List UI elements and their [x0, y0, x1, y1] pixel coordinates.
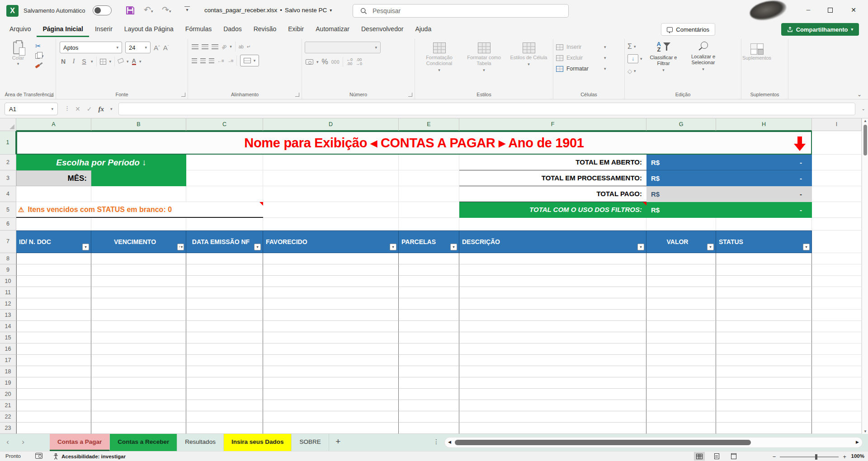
cell-A17[interactable] [16, 355, 91, 366]
cell-H20[interactable] [716, 389, 812, 400]
excel-logo-icon[interactable]: X [6, 5, 19, 17]
cell-E10[interactable] [399, 276, 459, 287]
increase-indent-icon[interactable]: →≡ [227, 58, 233, 63]
period-selector-cell[interactable]: Escolha por Período ↓ [16, 155, 186, 170]
cell-I23[interactable] [812, 423, 862, 434]
zoom-slider[interactable] [780, 456, 839, 457]
sheet-tab-sobre[interactable]: SOBRE [292, 434, 329, 451]
number-dialog-launcher-icon[interactable] [408, 93, 412, 97]
cell-D2[interactable] [263, 155, 399, 170]
cell-B8[interactable] [91, 253, 186, 264]
enter-icon[interactable]: ✓ [87, 105, 92, 113]
cell-F22[interactable] [459, 411, 646, 423]
normal-view-button[interactable] [694, 452, 705, 461]
column-header-B[interactable]: B [91, 118, 186, 131]
ribbon-tab-arquivo[interactable]: Arquivo [4, 22, 37, 37]
cell-H23[interactable] [716, 423, 812, 434]
underline-chevron-icon[interactable]: ▾ [91, 59, 93, 64]
cell-D4[interactable] [263, 186, 399, 202]
align-left-icon[interactable] [192, 58, 197, 63]
cell-D21[interactable] [263, 400, 399, 411]
cell-D15[interactable] [263, 332, 399, 343]
undo-icon[interactable]: ↶▾ [144, 5, 153, 15]
cell-E20[interactable] [399, 389, 459, 400]
user-avatar[interactable] [748, 0, 788, 23]
cell-E8[interactable] [399, 253, 459, 264]
cell-A13[interactable] [16, 310, 91, 321]
cell-E21[interactable] [399, 400, 459, 411]
add-sheet-button[interactable]: + [329, 434, 347, 451]
borders-icon[interactable] [100, 59, 106, 65]
tab-options-icon[interactable]: ⋮ [433, 438, 439, 445]
cell-C11[interactable] [186, 287, 263, 298]
align-bottom-icon[interactable] [212, 44, 218, 49]
row-header-5[interactable]: 5 [0, 202, 16, 218]
column-header-G[interactable]: G [646, 118, 716, 131]
total-paid-value-cell[interactable]: R$ - [646, 186, 812, 202]
cell-D20[interactable] [263, 389, 399, 400]
column-header-C[interactable]: C [186, 118, 263, 131]
insert-cells-button[interactable]: Inserir ▾ [556, 42, 622, 52]
cell-E16[interactable] [399, 343, 459, 355]
cell-A19[interactable] [16, 377, 91, 389]
increase-decimal-icon[interactable]: ←0 .00 [346, 58, 353, 66]
cell-I22[interactable] [812, 411, 862, 423]
cell-H8[interactable] [716, 253, 812, 264]
redo-icon[interactable]: ↷▾ [162, 5, 171, 15]
ribbon-tab-desenvolvedor[interactable]: Desenvolvedor [355, 22, 409, 37]
column-header-I[interactable]: I [812, 118, 862, 131]
row-header-3[interactable]: 3 [0, 170, 16, 186]
expand-formula-bar-icon[interactable]: ⌄ [862, 106, 865, 111]
select-all-corner[interactable] [0, 118, 16, 131]
cell-A20[interactable] [16, 389, 91, 400]
cell-F20[interactable] [459, 389, 646, 400]
conditional-formatting-button[interactable]: Formatação Condicional ▾ [418, 41, 461, 89]
cell-B18[interactable] [91, 366, 186, 377]
decrease-font-icon[interactable]: Aˇ [163, 44, 169, 52]
merge-center-button[interactable]: ▾ [240, 55, 259, 66]
cell-C19[interactable] [186, 377, 263, 389]
cell-H15[interactable] [716, 332, 812, 343]
cell-E9[interactable] [399, 264, 459, 276]
cell-H14[interactable] [716, 321, 812, 332]
cell-F21[interactable] [459, 400, 646, 411]
cell-E6[interactable] [399, 218, 459, 230]
cell-I10[interactable] [812, 276, 862, 287]
share-button[interactable]: Compartilhamento ▾ [781, 23, 859, 36]
cell-F16[interactable] [459, 343, 646, 355]
cell-D22[interactable] [263, 411, 399, 423]
maximize-button[interactable] [819, 0, 841, 20]
month-value-cell[interactable] [91, 170, 186, 186]
cell-C6[interactable] [186, 218, 263, 230]
fill-color-chevron-icon[interactable]: ▾ [127, 59, 129, 64]
cell-G15[interactable] [646, 332, 716, 343]
cell-G19[interactable] [646, 377, 716, 389]
vertical-scrollbar[interactable]: ▲ ▼ [862, 118, 868, 434]
cell-G21[interactable] [646, 400, 716, 411]
align-right-icon[interactable] [209, 58, 214, 63]
row-header-2[interactable]: 2 [0, 155, 16, 170]
cell-D19[interactable] [263, 377, 399, 389]
cell-B20[interactable] [91, 389, 186, 400]
customize-toolbar-icon[interactable]: ▾ [184, 6, 190, 13]
cell-I18[interactable] [812, 366, 862, 377]
cell-G22[interactable] [646, 411, 716, 423]
cell-C8[interactable] [186, 253, 263, 264]
sheet-tab-insira-seus-dados[interactable]: Insira seus Dados [224, 434, 292, 451]
vertical-scroll-thumb[interactable] [863, 125, 867, 155]
cell-I3[interactable] [812, 170, 862, 186]
autosave-toggle[interactable] [93, 5, 112, 15]
cell-I13[interactable] [812, 310, 862, 321]
cell-D13[interactable] [263, 310, 399, 321]
cell-F13[interactable] [459, 310, 646, 321]
horizontal-scrollbar[interactable]: ◀ ▶ [444, 437, 863, 448]
cell-I7[interactable] [812, 230, 862, 253]
cell-B11[interactable] [91, 287, 186, 298]
row-header-19[interactable]: 19 [0, 377, 16, 389]
cell-A9[interactable] [16, 264, 91, 276]
page-break-view-button[interactable] [728, 452, 739, 461]
cell-A10[interactable] [16, 276, 91, 287]
save-icon[interactable] [126, 6, 135, 17]
cell-A15[interactable] [16, 332, 91, 343]
cell-G12[interactable] [646, 298, 716, 310]
